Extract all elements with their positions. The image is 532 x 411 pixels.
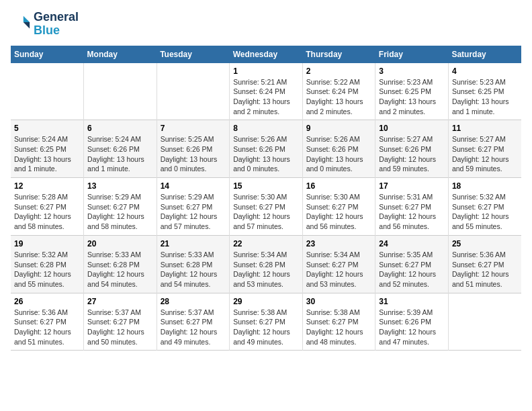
svg-marker-0 (24, 16, 30, 22)
day-info: Sunrise: 5:37 AM Sunset: 6:27 PM Dayligh… (87, 308, 153, 347)
calendar-week-row: 5Sunrise: 5:24 AM Sunset: 6:25 PM Daylig… (11, 120, 521, 178)
day-number: 29 (233, 297, 299, 306)
day-number: 18 (452, 181, 518, 191)
calendar-cell: 1Sunrise: 5:21 AM Sunset: 6:24 PM Daylig… (230, 63, 303, 120)
day-info: Sunrise: 5:28 AM Sunset: 6:27 PM Dayligh… (14, 192, 80, 232)
weekday-header-wednesday: Wednesday (230, 46, 303, 63)
weekday-header-sunday: Sunday (11, 46, 84, 63)
weekday-header-thursday: Thursday (302, 46, 375, 63)
day-info: Sunrise: 5:27 AM Sunset: 6:27 PM Dayligh… (452, 134, 518, 174)
weekday-header-tuesday: Tuesday (157, 46, 230, 63)
logo-icon (12, 13, 31, 32)
calendar-cell: 29Sunrise: 5:38 AM Sunset: 6:27 PM Dayli… (230, 293, 303, 351)
day-number: 24 (379, 239, 445, 248)
day-info: Sunrise: 5:23 AM Sunset: 6:25 PM Dayligh… (452, 77, 518, 117)
day-info: Sunrise: 5:22 AM Sunset: 6:24 PM Dayligh… (306, 77, 372, 117)
day-number: 30 (306, 297, 372, 306)
calendar-cell: 4Sunrise: 5:23 AM Sunset: 6:25 PM Daylig… (448, 63, 521, 120)
day-info: Sunrise: 5:38 AM Sunset: 6:27 PM Dayligh… (306, 308, 372, 347)
calendar-cell: 23Sunrise: 5:34 AM Sunset: 6:27 PM Dayli… (302, 235, 375, 293)
day-info: Sunrise: 5:33 AM Sunset: 6:28 PM Dayligh… (87, 250, 153, 289)
day-number: 19 (14, 239, 80, 248)
calendar-cell: 25Sunrise: 5:36 AM Sunset: 6:27 PM Dayli… (448, 235, 521, 293)
calendar-cell (157, 63, 230, 120)
day-info: Sunrise: 5:36 AM Sunset: 6:27 PM Dayligh… (452, 250, 518, 289)
day-number: 16 (306, 181, 372, 191)
day-number: 9 (306, 124, 372, 133)
calendar-cell: 16Sunrise: 5:30 AM Sunset: 6:27 PM Dayli… (302, 178, 375, 236)
day-info: Sunrise: 5:31 AM Sunset: 6:27 PM Dayligh… (379, 192, 445, 232)
day-info: Sunrise: 5:30 AM Sunset: 6:27 PM Dayligh… (233, 192, 299, 232)
calendar-cell: 8Sunrise: 5:26 AM Sunset: 6:26 PM Daylig… (230, 120, 303, 178)
calendar-cell: 15Sunrise: 5:30 AM Sunset: 6:27 PM Dayli… (230, 178, 303, 236)
calendar-cell: 18Sunrise: 5:32 AM Sunset: 6:27 PM Dayli… (448, 178, 521, 236)
calendar-cell: 13Sunrise: 5:29 AM Sunset: 6:27 PM Dayli… (84, 178, 157, 236)
day-number: 15 (233, 181, 299, 191)
day-info: Sunrise: 5:24 AM Sunset: 6:26 PM Dayligh… (87, 134, 153, 174)
calendar-cell: 14Sunrise: 5:29 AM Sunset: 6:27 PM Dayli… (157, 178, 230, 236)
logo-line2: Blue (34, 24, 79, 38)
calendar-cell (11, 63, 84, 120)
day-number: 2 (306, 66, 372, 76)
day-number: 26 (14, 297, 80, 306)
day-info: Sunrise: 5:26 AM Sunset: 6:26 PM Dayligh… (233, 134, 299, 174)
day-number: 7 (161, 124, 226, 133)
day-number: 5 (14, 124, 80, 133)
day-info: Sunrise: 5:37 AM Sunset: 6:27 PM Dayligh… (161, 308, 226, 347)
day-info: Sunrise: 5:39 AM Sunset: 6:26 PM Dayligh… (379, 308, 445, 347)
calendar-week-row: 1Sunrise: 5:21 AM Sunset: 6:24 PM Daylig… (11, 63, 521, 120)
calendar-cell: 6Sunrise: 5:24 AM Sunset: 6:26 PM Daylig… (84, 120, 157, 178)
weekday-header-monday: Monday (84, 46, 157, 63)
day-number: 13 (87, 181, 153, 191)
svg-marker-1 (24, 22, 30, 28)
calendar-body: 1Sunrise: 5:21 AM Sunset: 6:24 PM Daylig… (11, 63, 521, 351)
day-info: Sunrise: 5:30 AM Sunset: 6:27 PM Dayligh… (306, 192, 372, 232)
calendar-cell: 11Sunrise: 5:27 AM Sunset: 6:27 PM Dayli… (448, 120, 521, 178)
calendar-week-row: 26Sunrise: 5:36 AM Sunset: 6:27 PM Dayli… (11, 293, 521, 351)
day-number: 25 (452, 239, 518, 248)
weekday-header-friday: Friday (375, 46, 449, 63)
day-number: 12 (14, 181, 80, 191)
weekday-header-saturday: Saturday (448, 46, 521, 63)
calendar-cell: 5Sunrise: 5:24 AM Sunset: 6:25 PM Daylig… (11, 120, 84, 178)
calendar-cell: 28Sunrise: 5:37 AM Sunset: 6:27 PM Dayli… (157, 293, 230, 351)
day-info: Sunrise: 5:32 AM Sunset: 6:28 PM Dayligh… (14, 250, 80, 289)
day-number: 3 (379, 66, 445, 76)
calendar-cell: 22Sunrise: 5:34 AM Sunset: 6:28 PM Dayli… (230, 235, 303, 293)
day-number: 6 (87, 124, 153, 133)
calendar-header: SundayMondayTuesdayWednesdayThursdayFrid… (11, 46, 521, 63)
day-number: 17 (379, 181, 445, 191)
day-number: 4 (452, 66, 518, 76)
day-number: 10 (379, 124, 445, 133)
day-number: 23 (306, 239, 372, 248)
calendar-cell: 26Sunrise: 5:36 AM Sunset: 6:27 PM Dayli… (11, 293, 84, 351)
day-number: 1 (233, 66, 299, 76)
calendar-cell: 17Sunrise: 5:31 AM Sunset: 6:27 PM Dayli… (375, 178, 449, 236)
day-number: 31 (379, 297, 445, 306)
day-info: Sunrise: 5:29 AM Sunset: 6:27 PM Dayligh… (87, 192, 153, 232)
day-info: Sunrise: 5:21 AM Sunset: 6:24 PM Dayligh… (233, 77, 299, 117)
day-info: Sunrise: 5:34 AM Sunset: 6:28 PM Dayligh… (233, 250, 299, 289)
day-number: 14 (161, 181, 226, 191)
day-info: Sunrise: 5:25 AM Sunset: 6:26 PM Dayligh… (161, 134, 226, 174)
calendar-cell: 9Sunrise: 5:26 AM Sunset: 6:26 PM Daylig… (302, 120, 375, 178)
calendar-cell: 12Sunrise: 5:28 AM Sunset: 6:27 PM Dayli… (11, 178, 84, 236)
page-header: General Blue (11, 11, 521, 38)
day-number: 21 (161, 239, 226, 248)
day-info: Sunrise: 5:26 AM Sunset: 6:26 PM Dayligh… (306, 134, 372, 174)
calendar-cell (448, 293, 521, 351)
weekday-header-row: SundayMondayTuesdayWednesdayThursdayFrid… (11, 46, 521, 63)
calendar-cell (84, 63, 157, 120)
calendar-cell: 2Sunrise: 5:22 AM Sunset: 6:24 PM Daylig… (302, 63, 375, 120)
day-info: Sunrise: 5:23 AM Sunset: 6:25 PM Dayligh… (379, 77, 445, 117)
logo-line1: General (34, 11, 79, 24)
day-number: 11 (452, 124, 518, 133)
day-number: 8 (233, 124, 299, 133)
day-info: Sunrise: 5:27 AM Sunset: 6:26 PM Dayligh… (379, 134, 445, 174)
calendar-week-row: 12Sunrise: 5:28 AM Sunset: 6:27 PM Dayli… (11, 178, 521, 236)
calendar-cell: 10Sunrise: 5:27 AM Sunset: 6:26 PM Dayli… (375, 120, 449, 178)
day-info: Sunrise: 5:33 AM Sunset: 6:28 PM Dayligh… (161, 250, 226, 289)
calendar-cell: 3Sunrise: 5:23 AM Sunset: 6:25 PM Daylig… (375, 63, 449, 120)
calendar-cell: 21Sunrise: 5:33 AM Sunset: 6:28 PM Dayli… (157, 235, 230, 293)
day-number: 22 (233, 239, 299, 248)
